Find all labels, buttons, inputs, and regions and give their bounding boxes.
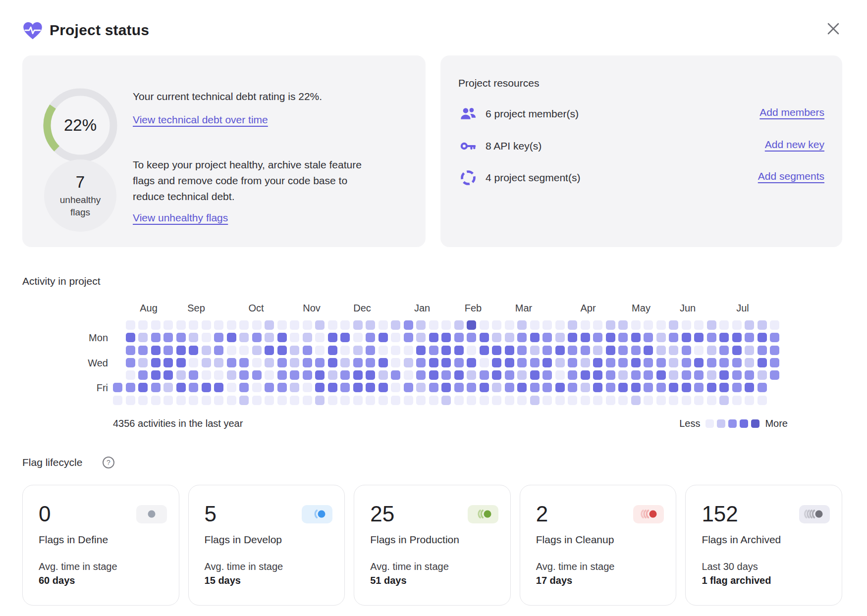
activity-cell xyxy=(467,320,476,330)
debt-rating-value: 22% xyxy=(43,88,117,162)
activity-cell xyxy=(480,320,489,330)
activity-cell xyxy=(682,346,691,355)
activity-cell xyxy=(732,396,742,405)
activity-cell xyxy=(505,370,514,380)
segments-icon xyxy=(459,169,477,187)
stage-develop-icon xyxy=(302,505,332,523)
activity-cell xyxy=(707,320,716,330)
activity-cell xyxy=(492,396,501,405)
activity-cell xyxy=(593,396,602,405)
activity-cell xyxy=(707,333,716,342)
activity-cell xyxy=(265,396,274,405)
activity-cell xyxy=(694,358,704,367)
add-segments-link[interactable]: Add segments xyxy=(758,170,824,182)
activity-cell xyxy=(593,370,602,380)
stage-sub-value: 1 flag archived xyxy=(702,575,830,586)
add-members-link[interactable]: Add members xyxy=(759,106,824,118)
activity-cell xyxy=(682,396,691,405)
debt-advice-line: reduce technical debt. xyxy=(133,189,362,205)
activity-cell xyxy=(353,370,363,380)
activity-cell xyxy=(303,333,312,342)
month-label: Oct xyxy=(248,303,264,314)
unhealthy-flags-count: 7 xyxy=(76,173,85,192)
activity-cell xyxy=(416,370,426,380)
activity-cell xyxy=(618,320,628,330)
activity-cell xyxy=(568,333,577,342)
activity-cell xyxy=(505,346,514,355)
activity-cell xyxy=(252,346,262,355)
unhealthy-flags-word2: flags xyxy=(70,206,90,218)
activity-cell xyxy=(265,333,274,342)
add-new-key-link[interactable]: Add new key xyxy=(765,139,824,151)
activity-cell xyxy=(239,383,249,392)
activity-cell xyxy=(429,358,438,367)
legend-swatch xyxy=(728,419,737,428)
activity-cell xyxy=(656,383,666,392)
activity-cell xyxy=(391,346,400,355)
members-icon xyxy=(459,105,477,123)
activity-cell xyxy=(404,396,413,405)
activity-cell xyxy=(682,358,691,367)
activity-cell xyxy=(277,320,287,330)
month-label: Jul xyxy=(736,303,749,314)
activity-cell xyxy=(707,370,716,380)
activity-cell xyxy=(542,320,552,330)
activity-cell xyxy=(429,370,438,380)
activity-cell xyxy=(631,370,641,380)
stage-label: Flags in Production xyxy=(370,534,498,546)
activity-cell xyxy=(441,383,451,392)
activity-cell xyxy=(353,383,363,392)
activity-cell xyxy=(290,370,299,380)
help-icon[interactable]: ? xyxy=(102,456,115,469)
activity-cell xyxy=(467,358,476,367)
project-status-modal: Project status 22% 7 unhealthy flags You… xyxy=(0,0,867,616)
activity-cell xyxy=(593,383,602,392)
activity-cell xyxy=(379,383,388,392)
activity-cell xyxy=(126,320,135,330)
activity-cell xyxy=(227,370,236,380)
activity-cell xyxy=(113,396,122,405)
activity-cell xyxy=(303,383,312,392)
stage-sub-label: Avg. time in stage xyxy=(39,561,167,572)
resource-label: 8 API key(s) xyxy=(486,140,542,152)
activity-cell xyxy=(568,346,577,355)
activity-cell xyxy=(480,333,489,342)
stage-sub-label: Avg. time in stage xyxy=(536,561,664,572)
activity-cell xyxy=(694,396,704,405)
activity-cell xyxy=(505,320,514,330)
activity-cell xyxy=(770,358,779,367)
activity-section-title: Activity in project xyxy=(22,275,101,287)
activity-cell xyxy=(353,396,363,405)
activity-cell xyxy=(631,358,641,367)
debt-advice-line: flags and remove code from your code bas… xyxy=(133,173,362,189)
activity-cell xyxy=(682,383,691,392)
view-technical-debt-link[interactable]: View technical debt over time xyxy=(133,114,268,126)
close-button[interactable] xyxy=(824,20,842,38)
activity-cell xyxy=(214,346,223,355)
activity-cell xyxy=(252,333,262,342)
activity-cell xyxy=(416,358,426,367)
activity-cell xyxy=(606,346,615,355)
activity-cell xyxy=(505,358,514,367)
svg-text:?: ? xyxy=(107,459,110,466)
activity-cell xyxy=(189,358,198,367)
activity-cell xyxy=(480,346,489,355)
activity-cell xyxy=(656,370,666,380)
view-unhealthy-flags-link[interactable]: View unhealthy flags xyxy=(133,212,228,224)
flag-count: 2 xyxy=(536,502,548,526)
month-label: Apr xyxy=(580,303,596,314)
activity-cell xyxy=(593,333,602,342)
activity-cell xyxy=(644,396,653,405)
activity-cell xyxy=(416,346,426,355)
activity-cell xyxy=(189,320,198,330)
activity-cell xyxy=(555,396,565,405)
activity-cell xyxy=(467,396,476,405)
activity-cell xyxy=(163,383,173,392)
activity-cell xyxy=(719,320,729,330)
activity-cell xyxy=(265,346,274,355)
activity-cell xyxy=(328,396,337,405)
activity-cell xyxy=(416,333,426,342)
activity-cell xyxy=(542,346,552,355)
activity-cell xyxy=(530,383,540,392)
activity-cell xyxy=(239,320,249,330)
